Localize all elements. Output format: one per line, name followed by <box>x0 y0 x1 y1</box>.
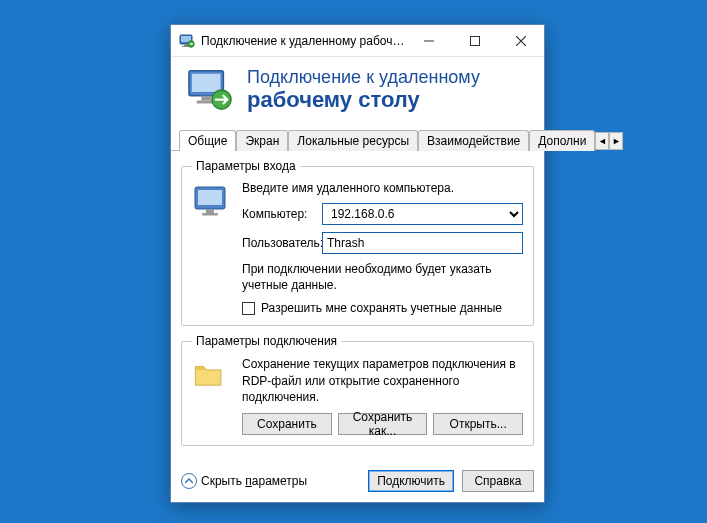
svg-rect-16 <box>206 209 214 213</box>
titlebar-text: Подключение к удаленному рабочему с... <box>195 34 406 48</box>
svg-rect-11 <box>201 96 211 101</box>
computer-icon <box>192 181 232 315</box>
svg-rect-10 <box>192 74 221 92</box>
save-button[interactable]: Сохранить <box>242 413 332 435</box>
tab-display[interactable]: Экран <box>236 130 288 151</box>
help-button[interactable]: Справка <box>462 470 534 492</box>
tab-scroll-right[interactable]: ► <box>609 132 623 150</box>
tab-general[interactable]: Общие <box>179 130 236 151</box>
logon-group: Параметры входа Введите имя удаленного к… <box>181 159 534 326</box>
save-creds-label: Разрешить мне сохранять учетные данные <box>261 301 502 315</box>
header: Подключение к удаленному рабочему столу <box>171 57 544 127</box>
header-text: Подключение к удаленному рабочему столу <box>247 68 480 112</box>
tab-strip: Общие Экран Локальные ресурсы Взаимодейс… <box>171 127 544 151</box>
user-field[interactable] <box>322 232 523 254</box>
folder-icon <box>192 356 232 435</box>
rdp-hero-icon <box>187 67 233 113</box>
user-label: Пользователь: <box>242 236 322 250</box>
tab-scroll-left[interactable]: ◄ <box>595 132 609 150</box>
close-button[interactable] <box>498 25 544 56</box>
tab-advanced[interactable]: Дополни <box>529 130 595 151</box>
tab-local-resources[interactable]: Локальные ресурсы <box>288 130 418 151</box>
body: Параметры входа Введите имя удаленного к… <box>171 151 544 464</box>
chevron-up-icon <box>181 473 197 489</box>
connection-legend: Параметры подключения <box>192 334 341 348</box>
connection-desc: Сохранение текущих параметров подключени… <box>242 356 523 405</box>
minimize-button[interactable] <box>406 25 452 56</box>
footer: Скрыть параметры Подключить Справка <box>171 464 544 502</box>
save-creds-checkbox[interactable] <box>242 302 255 315</box>
open-button[interactable]: Открыть... <box>433 413 523 435</box>
header-line2: рабочему столу <box>247 88 480 112</box>
svg-rect-17 <box>202 213 218 216</box>
save-as-button[interactable]: Сохранить как... <box>338 413 428 435</box>
logon-instruction: Введите имя удаленного компьютера. <box>242 181 523 195</box>
app-icon <box>179 33 195 49</box>
tab-scroll: ◄ ► <box>595 132 623 150</box>
credentials-note: При подключении необходимо будет указать… <box>242 261 523 293</box>
svg-rect-15 <box>198 190 222 205</box>
computer-label: Компьютер: <box>242 207 322 221</box>
titlebar[interactable]: Подключение к удаленному рабочему с... <box>171 25 544 57</box>
rdc-window: Подключение к удаленному рабочему с... <box>170 24 545 503</box>
maximize-button[interactable] <box>452 25 498 56</box>
logon-legend: Параметры входа <box>192 159 300 173</box>
computer-field[interactable]: 192.168.0.6 <box>322 203 523 225</box>
connection-settings-group: Параметры подключения Сохранение текущих… <box>181 334 534 446</box>
svg-rect-6 <box>471 36 480 45</box>
connect-button[interactable]: Подключить <box>368 470 454 492</box>
tab-experience[interactable]: Взаимодействие <box>418 130 529 151</box>
save-creds-row[interactable]: Разрешить мне сохранять учетные данные <box>242 301 523 315</box>
header-line1: Подключение к удаленному <box>247 68 480 88</box>
window-controls <box>406 25 544 56</box>
hide-options-link[interactable]: Скрыть параметры <box>181 473 307 489</box>
